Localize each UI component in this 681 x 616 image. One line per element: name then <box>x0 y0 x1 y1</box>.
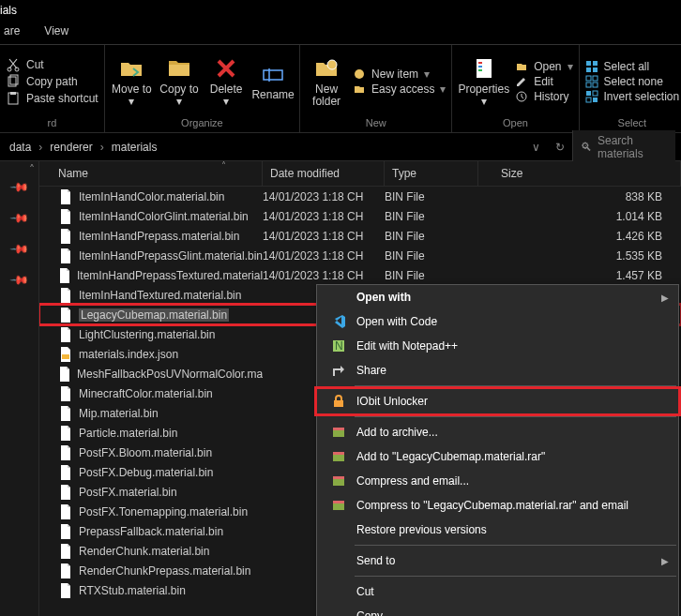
move-to-button[interactable]: Move to ▾ <box>111 55 153 108</box>
svg-rect-12 <box>478 66 482 68</box>
file-icon <box>58 485 73 500</box>
file-icon <box>58 563 73 578</box>
invert-selection-button[interactable]: Invert selection <box>585 90 680 103</box>
file-icon <box>58 209 73 224</box>
menu-share[interactable]: Share <box>317 358 678 383</box>
edit-button[interactable]: Edit <box>515 75 572 88</box>
chevron-right-icon: ▶ <box>661 293 669 303</box>
file-name: Particle.material.bin <box>79 427 177 440</box>
sort-indicator-icon: ˄ <box>221 160 226 171</box>
file-icon <box>58 268 71 283</box>
paste-shortcut-button[interactable]: Paste shortcut <box>6 91 98 106</box>
menu-copy[interactable]: Copy <box>317 604 678 616</box>
select-none-icon <box>585 75 598 88</box>
menu-restore-versions[interactable]: Restore previous versions <box>317 518 678 542</box>
blank-icon <box>330 289 347 306</box>
menu-compress-email[interactable]: Compress and email... <box>317 469 678 493</box>
file-row[interactable]: ItemInHandPrepassGlint.material.bin14/01… <box>39 246 681 265</box>
menu-separator <box>355 416 676 417</box>
new-folder-button[interactable]: New folder <box>306 55 347 108</box>
file-icon <box>58 544 73 559</box>
edit-icon <box>515 75 528 88</box>
search-icon: 🔍︎ <box>581 141 592 154</box>
refresh-icon[interactable]: ↻ <box>548 141 572 154</box>
menu-add-rar[interactable]: Add to "LegacyCubemap.material.rar" <box>317 444 678 469</box>
rename-button[interactable]: Rename <box>252 61 294 101</box>
menu-edit-notepad[interactable]: NEdit with Notepad++ <box>317 334 678 358</box>
copy-path-button[interactable]: Copy path <box>6 74 98 89</box>
easy-access-button[interactable]: Easy access ▾ <box>353 83 446 96</box>
svg-rect-32 <box>333 428 344 430</box>
menu-compress-rar-email[interactable]: Compress to "LegacyCubemap.material.rar"… <box>317 493 678 518</box>
file-row[interactable]: ItemInHandPrepass.material.bin14/01/2023… <box>39 226 681 246</box>
open-icon <box>515 60 528 73</box>
pin-icon[interactable]: 📌 <box>9 270 30 291</box>
col-size[interactable]: Size <box>478 161 681 186</box>
file-date: 14/01/2023 1:18 CH <box>263 269 385 282</box>
menu-send-to[interactable]: Send to▶ <box>317 548 678 573</box>
tab-view[interactable]: View <box>40 23 72 44</box>
menu-separator <box>355 545 676 546</box>
menu-open-with[interactable]: Open with▶ <box>317 285 678 309</box>
history-button[interactable]: History <box>515 90 572 103</box>
select-all-icon <box>585 60 598 73</box>
context-menu: Open with▶ Open with Code NEdit with Not… <box>316 284 679 616</box>
properties-icon <box>471 55 497 82</box>
tab-share[interactable]: are <box>0 23 23 44</box>
pin-icon[interactable]: 📌 <box>9 208 30 229</box>
search-input[interactable]: 🔍︎Search materials <box>572 130 675 164</box>
new-item-icon <box>353 68 366 81</box>
quick-access-rail: ˄ 📌 📌 📌 📌 <box>0 161 39 616</box>
menu-cut[interactable]: Cut <box>317 579 678 604</box>
file-icon <box>58 583 73 598</box>
breadcrumb[interactable]: data› renderer› materials ∨ ↻ 🔍︎Search m… <box>0 133 681 161</box>
chevron-up-icon[interactable]: ˄ <box>29 163 35 176</box>
col-name[interactable]: Name <box>39 161 263 186</box>
file-row[interactable]: ItemInHandPrepassTextured.material.bin14… <box>39 265 681 285</box>
file-date: 14/01/2023 1:18 CH <box>263 249 385 263</box>
copy-to-icon <box>166 55 192 82</box>
paste-shortcut-icon <box>6 91 21 106</box>
new-folder-icon <box>313 55 340 82</box>
col-type[interactable]: Type <box>385 161 478 186</box>
file-name: LegacyCubemap.material.bin <box>79 308 229 322</box>
file-row[interactable]: ItemInHandColor.material.bin14/01/2023 1… <box>39 187 681 206</box>
menu-iobit-unlocker[interactable]: IObit Unlocker <box>317 389 678 413</box>
select-none-button[interactable]: Select none <box>585 75 680 88</box>
group-new: New folder New item ▾ Easy access ▾ New <box>300 45 452 132</box>
pin-icon[interactable]: 📌 <box>9 239 30 260</box>
menu-add-archive[interactable]: Add to archive... <box>317 420 678 444</box>
file-icon <box>58 189 73 204</box>
file-date: 14/01/2023 1:18 CH <box>263 230 385 243</box>
delete-button[interactable]: Delete▾ <box>205 55 247 108</box>
pin-icon[interactable]: 📌 <box>9 177 30 198</box>
winrar-icon <box>330 473 347 489</box>
properties-button[interactable]: Properties▾ <box>458 55 509 108</box>
svg-rect-19 <box>586 76 591 81</box>
file-row[interactable]: ItemInHandColorGlint.material.bin14/01/2… <box>39 206 681 226</box>
group-organize: Move to ▾ Copy to ▾ Delete▾ Rename Organ… <box>105 45 300 132</box>
select-all-button[interactable]: Select all <box>585 60 680 73</box>
breadcrumb-part[interactable]: materials <box>108 139 161 156</box>
file-name: ItemInHandPrepass.material.bin <box>79 230 239 243</box>
cut-button[interactable]: Cut <box>6 57 98 72</box>
svg-rect-30 <box>334 400 343 407</box>
copy-to-button[interactable]: Copy to ▾ <box>159 55 200 108</box>
winrar-icon <box>330 424 347 441</box>
file-name: PrepassFallback.material.bin <box>79 525 223 538</box>
file-icon <box>58 504 73 519</box>
col-date[interactable]: Date modified <box>263 161 385 186</box>
file-icon <box>58 367 71 382</box>
dropdown-icon[interactable]: ∨ <box>524 141 548 154</box>
new-item-button[interactable]: New item ▾ <box>353 68 446 81</box>
file-name: Mip.material.bin <box>79 407 159 420</box>
file-icon <box>58 524 73 539</box>
breadcrumb-part[interactable]: renderer <box>46 139 96 156</box>
svg-rect-27 <box>62 354 69 359</box>
open-button[interactable]: Open ▾ <box>515 60 572 73</box>
file-icon <box>58 406 73 421</box>
file-icon <box>58 426 73 441</box>
file-type: BIN File <box>385 190 478 203</box>
breadcrumb-part[interactable]: data <box>6 139 35 156</box>
menu-open-with-code[interactable]: Open with Code <box>317 309 678 334</box>
